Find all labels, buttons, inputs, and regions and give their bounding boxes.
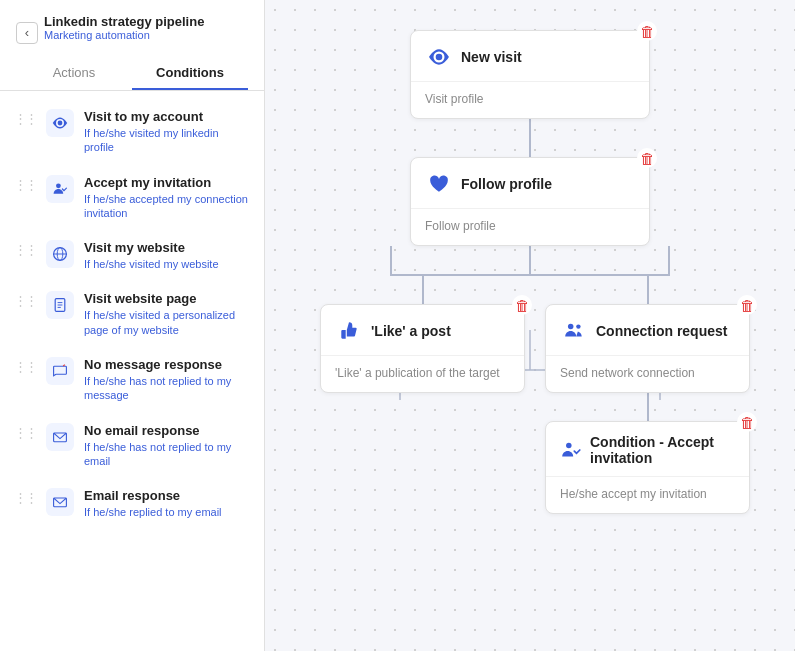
node-new-visit[interactable]: 🗑 New visit Visit profile [410,30,650,119]
bottom-row: 🗑 'Like' a post 'Like' a publication of … [320,276,740,514]
item-text: Visit to my account If he/she visited my… [84,109,250,155]
pipeline-title: Linkedin strategy pipeline [44,14,204,29]
eye-icon [425,43,453,71]
node-body: He/she accept my invitation [546,477,749,513]
people-icon [560,317,588,345]
tab-conditions[interactable]: Conditions [132,57,248,90]
main-canvas: 🗑 New visit Visit profile 🗑 [265,0,795,651]
node-header: New visit [411,31,649,82]
drag-handle: ⋮⋮ [14,242,36,257]
tabs: Actions Conditions [16,57,248,90]
drag-handle: ⋮⋮ [14,425,36,440]
svg-point-19 [566,443,572,449]
delete-condition-accept-button[interactable]: 🗑 [737,412,757,432]
pipeline-subtitle: Marketing automation [44,29,204,41]
node-title: 'Like' a post [371,323,451,339]
item-desc: If he/she visited my linkedin profile [84,126,250,155]
item-desc: If he/she visited my website [84,257,219,271]
envelope-icon [46,423,74,451]
node-header: Condition - Accept invitation [546,422,749,477]
sidebar-item-visit-website[interactable]: ⋮⋮ Visit my website If he/she visited my… [0,230,264,281]
sidebar-item-accept-invitation[interactable]: ⋮⋮ Accept my invitation If he/she accept… [0,165,264,231]
svg-point-18 [576,324,580,328]
envelope-check-icon [46,488,74,516]
item-text: No email response If he/she has not repl… [84,423,250,469]
item-desc: If he/she has not replied to my message [84,374,250,403]
sidebar-list: ⋮⋮ Visit to my account If he/she visited… [0,91,264,651]
page-icon [46,291,74,319]
delete-like-post-button[interactable]: 🗑 [512,295,532,315]
item-title: No message response [84,357,250,372]
connector-left [422,276,424,304]
item-title: Visit to my account [84,109,250,124]
back-arrow-icon: ‹ [16,22,38,44]
sidebar-item-no-email-response[interactable]: ⋮⋮ No email response If he/she has not r… [0,413,264,479]
delete-connection-request-button[interactable]: 🗑 [737,295,757,315]
right-branch: 🗑 Connection request Send network connec… [545,276,750,514]
node-header: Follow profile [411,158,649,209]
item-desc: If he/she replied to my email [84,505,222,519]
drag-handle: ⋮⋮ [14,490,36,505]
node-title: New visit [461,49,522,65]
item-desc: If he/she has not replied to my email [84,440,250,469]
node-body: Visit profile [411,82,649,118]
node-like-post[interactable]: 🗑 'Like' a post 'Like' a publication of … [320,304,525,393]
left-branch: 🗑 'Like' a post 'Like' a publication of … [320,276,525,393]
connector-right [647,276,649,304]
branch-horizontal [390,274,670,276]
item-text: Visit my website If he/she visited my we… [84,240,219,271]
svg-point-17 [568,324,574,330]
new-visit-wrapper: 🗑 New visit Visit profile [300,30,760,119]
node-condition-accept[interactable]: 🗑 Condition - Accept invitation He/she a… [545,421,750,514]
node-title: Connection request [596,323,727,339]
item-title: Visit website page [84,291,250,306]
delete-follow-profile-button[interactable]: 🗑 [637,148,657,168]
item-title: Email response [84,488,222,503]
item-text: No message response If he/she has not re… [84,357,250,403]
delete-new-visit-button[interactable]: 🗑 [637,21,657,41]
node-follow-profile[interactable]: 🗑 Follow profile Follow profile [410,157,650,246]
sidebar: ‹ Linkedin strategy pipeline Marketing a… [0,0,265,651]
sidebar-item-visit-account[interactable]: ⋮⋮ Visit to my account If he/she visited… [0,99,264,165]
follow-profile-wrapper: 🗑 Follow profile Follow profile [300,157,760,246]
person-check-icon [46,175,74,203]
item-text: Visit website page If he/she visited a p… [84,291,250,337]
svg-point-0 [56,183,61,188]
node-header: Connection request [546,305,749,356]
node-title: Follow profile [461,176,552,192]
drag-handle: ⋮⋮ [14,111,36,126]
item-desc: If he/she accepted my connection invitat… [84,192,250,221]
item-title: Visit my website [84,240,219,255]
node-connection-request[interactable]: 🗑 Connection request Send network connec… [545,304,750,393]
sidebar-item-email-response[interactable]: ⋮⋮ Email response If he/she replied to m… [0,478,264,529]
eye-icon [46,109,74,137]
node-header: 'Like' a post [321,305,524,356]
node-body: 'Like' a publication of the target [321,356,524,392]
globe-icon [46,240,74,268]
thumbs-up-icon [335,317,363,345]
sidebar-item-no-message-response[interactable]: ⋮⋮ No message response If he/she has not… [0,347,264,413]
item-title: No email response [84,423,250,438]
connector-v1 [529,119,531,157]
back-button[interactable]: ‹ Linkedin strategy pipeline Marketing a… [16,14,248,51]
sidebar-header: ‹ Linkedin strategy pipeline Marketing a… [0,0,264,91]
node-title: Condition - Accept invitation [590,434,735,466]
sidebar-item-visit-website-page[interactable]: ⋮⋮ Visit website page If he/she visited … [0,281,264,347]
item-text: Email response If he/she replied to my e… [84,488,222,519]
item-title: Accept my invitation [84,175,250,190]
condition-person-icon [560,436,582,464]
connector-v2 [529,246,531,274]
drag-handle: ⋮⋮ [14,293,36,308]
item-desc: If he/she visited a personalized page of… [84,308,250,337]
node-body: Follow profile [411,209,649,245]
tab-actions[interactable]: Actions [16,57,132,90]
node-body: Send network connection [546,356,749,392]
drag-handle: ⋮⋮ [14,359,36,374]
connector-to-condition [647,393,649,421]
item-text: Accept my invitation If he/she accepted … [84,175,250,221]
drag-handle: ⋮⋮ [14,177,36,192]
no-message-icon [46,357,74,385]
heart-icon [425,170,453,198]
